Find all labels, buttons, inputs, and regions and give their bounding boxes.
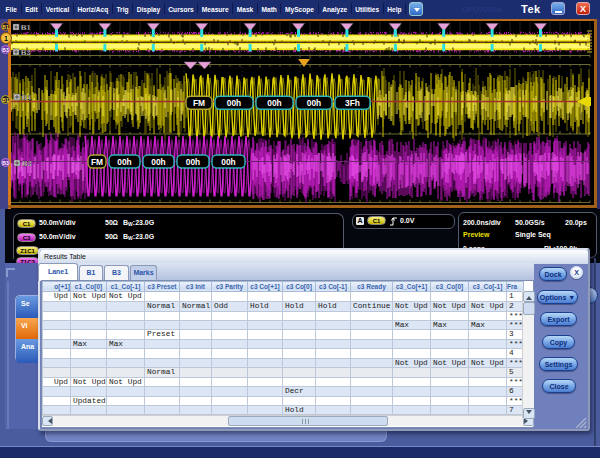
svg-text:B3: B3 [22,159,32,168]
svg-text:FM: FM [193,98,205,108]
svg-text:B3: B3 [21,48,31,57]
svg-text:00h: 00h [117,157,131,167]
svg-text:00h: 00h [227,98,241,108]
svg-text:00h: 00h [151,157,165,167]
svg-text:00h: 00h [267,98,281,108]
svg-text:B1: B1 [22,93,32,102]
svg-text:00h: 00h [186,157,200,167]
svg-text:00h: 00h [307,98,321,108]
svg-text:B1: B1 [21,23,31,32]
svg-text:00h: 00h [221,157,235,167]
svg-text:3Fh: 3Fh [345,98,360,108]
svg-text:FM: FM [91,157,103,167]
